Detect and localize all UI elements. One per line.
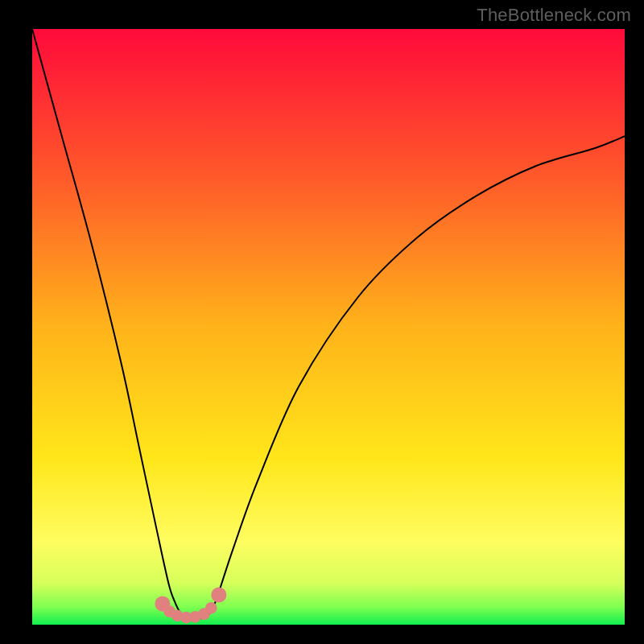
svg-point-9: [205, 602, 217, 614]
watermark-text: TheBottleneck.com: [477, 5, 631, 26]
svg-rect-2: [32, 29, 625, 625]
chart-stage: TheBottleneck.com: [0, 0, 644, 644]
bottleneck-chart: [0, 0, 644, 644]
svg-point-10: [211, 587, 226, 602]
